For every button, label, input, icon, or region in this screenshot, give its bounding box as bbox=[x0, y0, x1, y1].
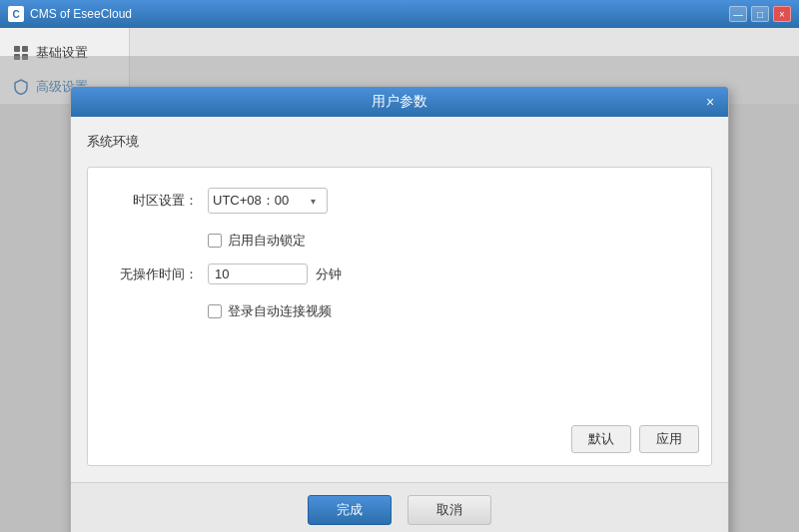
window-close-button[interactable]: × bbox=[773, 6, 791, 22]
inactivity-label: 无操作时间： bbox=[108, 266, 198, 283]
dialog-footer: 完成 取消 bbox=[71, 482, 728, 532]
window-title: CMS of EseeCloud bbox=[30, 7, 132, 21]
svg-rect-0 bbox=[14, 46, 20, 52]
autovideo-label: 登录自动连接视频 bbox=[228, 302, 332, 320]
timezone-row: 时区设置： UTC+08：00 ▾ bbox=[108, 188, 691, 214]
inactivity-input[interactable] bbox=[208, 264, 308, 284]
user-params-dialog: 用户参数 × 系统环境 时区设置： UTC+08：00 ▾ bbox=[70, 86, 729, 532]
autolock-row: 启用自动锁定 bbox=[208, 232, 691, 250]
maximize-button[interactable]: □ bbox=[751, 6, 769, 22]
dialog-body: 系统环境 时区设置： UTC+08：00 ▾ 启用自动锁定 bbox=[71, 117, 728, 482]
autovideo-row: 登录自动连接视频 bbox=[208, 302, 691, 320]
cancel-button[interactable]: 取消 bbox=[407, 495, 491, 525]
main-area: 基础设置 高级设置 用户参数 × 系统环境 bbox=[0, 28, 799, 532]
dialog-overlay: 用户参数 × 系统环境 时区设置： UTC+08：00 ▾ bbox=[0, 56, 799, 532]
inactivity-unit: 分钟 bbox=[316, 266, 342, 283]
dialog-close-button[interactable]: × bbox=[700, 92, 720, 112]
timezone-label: 时区设置： bbox=[108, 192, 198, 210]
window-controls: — □ × bbox=[729, 6, 791, 22]
autolock-label: 启用自动锁定 bbox=[228, 232, 306, 250]
form-area: 时区设置： UTC+08：00 ▾ 启用自动锁定 无操作时间： bbox=[87, 167, 712, 466]
app-icon: C bbox=[8, 6, 24, 22]
finish-button[interactable]: 完成 bbox=[308, 495, 392, 525]
section-title: 系统环境 bbox=[87, 133, 712, 151]
timezone-select[interactable]: UTC+08：00 ▾ bbox=[208, 188, 328, 214]
timezone-value: UTC+08：00 bbox=[213, 192, 303, 210]
default-button[interactable]: 默认 bbox=[571, 425, 631, 453]
title-bar-left: C CMS of EseeCloud bbox=[8, 6, 132, 22]
dialog-titlebar: 用户参数 × bbox=[71, 87, 728, 117]
inactivity-row: 无操作时间： 分钟 bbox=[108, 264, 691, 284]
minimize-button[interactable]: — bbox=[729, 6, 747, 22]
dialog-title: 用户参数 bbox=[372, 93, 427, 109]
svg-rect-1 bbox=[22, 46, 28, 52]
autolock-checkbox[interactable] bbox=[208, 234, 222, 248]
autovideo-checkbox[interactable] bbox=[208, 304, 222, 318]
title-bar: C CMS of EseeCloud — □ × bbox=[0, 0, 799, 28]
chevron-down-icon: ▾ bbox=[303, 191, 323, 211]
apply-button[interactable]: 应用 bbox=[639, 425, 699, 453]
form-bottom-buttons: 默认 应用 bbox=[571, 425, 699, 453]
